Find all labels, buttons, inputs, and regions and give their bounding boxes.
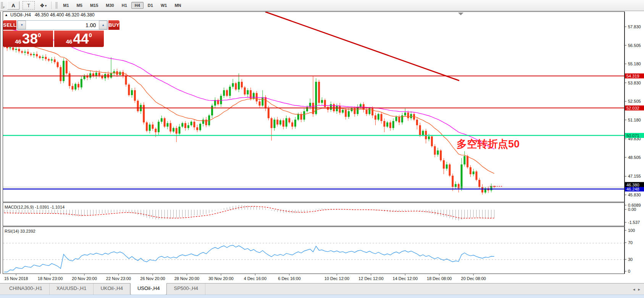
scroll-end-marker-icon[interactable] xyxy=(458,13,463,15)
macd-layer xyxy=(4,205,494,221)
toolbar: F A T ✥ ▾ M1M5M15M30H1H4D1W1MN xyxy=(0,0,644,11)
buy-price-pip: 0 xyxy=(89,32,92,38)
macd-scale-label: -1.537 xyxy=(628,220,640,225)
chart-symbol-label: USOil-,H4 xyxy=(10,12,31,18)
volume-stepper: ▼ ▲ xyxy=(17,20,108,30)
macd-scale-label: 0.00 xyxy=(628,207,636,212)
tab-scroll-arrows: ◂ ▸ xyxy=(633,283,640,295)
time-axis-label: 6 Dec 16:00 xyxy=(278,276,300,281)
symbol-marker-icon: ▲ xyxy=(5,13,8,17)
time-axis-label: 20 Dec 08:00 xyxy=(461,276,486,281)
volume-down-icon[interactable]: ▼ xyxy=(18,21,26,29)
sell-price-main: 38 xyxy=(22,32,38,46)
sell-price-integer: 46 xyxy=(15,38,21,45)
sell-price-pip: 0 xyxy=(38,32,41,38)
svg-text:46.380: 46.380 xyxy=(626,183,639,187)
buy-price-main: 44 xyxy=(73,32,89,46)
price-tick-label: 52.505 xyxy=(628,99,641,104)
timeframe-m15[interactable]: M15 xyxy=(87,2,102,9)
tab-scroll-right-icon[interactable]: ▸ xyxy=(638,287,640,292)
time-axis-label: 30 Nov 20:00 xyxy=(208,276,233,281)
tab-china300-h1[interactable]: CHINA300-,H1 xyxy=(2,283,50,295)
tab-sp500-h4[interactable]: SP500-,H4 xyxy=(167,283,205,295)
mt4-window: F A T ✥ ▾ M1M5M15M30H1H4D1W1MN 多空转折点5057… xyxy=(0,0,644,298)
shapes-tool-icon[interactable]: ✥ xyxy=(40,3,44,8)
time-axis-label: 26 Nov 20:00 xyxy=(140,276,165,281)
tab-usoil-h4[interactable]: USOil-,H4 xyxy=(130,283,167,295)
toolbar-grip-icon-2[interactable] xyxy=(55,2,58,9)
chart-tabs: CHINA300-,H1XAUUSD-,H1UKOil-,H4USOil-,H4… xyxy=(0,283,205,295)
ma-fast-line xyxy=(4,37,494,173)
time-axis-label: 18 Dec 08:00 xyxy=(427,276,452,281)
svg-text:50.071: 50.071 xyxy=(626,133,639,138)
chart-tab-bar: CHINA300-,H1XAUUSD-,H1UKOil-,H4USOil-,H4… xyxy=(0,283,644,295)
tab-ukoil-h4[interactable]: UKOil-,H4 xyxy=(94,283,130,295)
sell-price-box[interactable]: 46 38 0 xyxy=(3,31,53,47)
macd-label: MACD(12,26,9) -1.0391 -1.1014 xyxy=(5,205,65,209)
toolbar-f-label: F xyxy=(3,6,5,9)
price-tick-label: 56.505 xyxy=(628,43,641,48)
tab-scroll-left-icon[interactable]: ◂ xyxy=(633,287,635,292)
time-axis-label: 22 Nov 23:00 xyxy=(106,276,131,281)
volume-input[interactable] xyxy=(26,21,99,29)
price-tick-label: 57.830 xyxy=(628,24,641,29)
timeframe-w1[interactable]: W1 xyxy=(157,2,171,9)
timeframe-d1[interactable]: D1 xyxy=(144,2,157,9)
chart-header: ▲ USOil-,H4 46.350 46.400 46.320 46.380 xyxy=(5,12,95,18)
rsi-label: RSI(14) 33.2392 xyxy=(5,229,36,233)
descending-trendline[interactable] xyxy=(265,12,459,81)
timeframe-m5[interactable]: M5 xyxy=(73,2,86,9)
rsi-pane-border xyxy=(3,227,625,274)
rsi-scale-label: 30 xyxy=(628,257,633,262)
toolbar-separator xyxy=(51,2,52,9)
price-tick-label: 48.505 xyxy=(628,155,641,160)
price-tick-label: 55.180 xyxy=(628,62,641,66)
text-label-button[interactable]: A xyxy=(7,1,19,10)
timeframe-h4[interactable]: H4 xyxy=(131,2,144,9)
timeframe-bar: M1M5M15M30H1H4D1W1MN xyxy=(59,2,185,9)
timeframe-h1[interactable]: H1 xyxy=(118,2,131,9)
price-tick-label: 47.155 xyxy=(628,174,641,178)
rsi-scale-label: 70 xyxy=(628,240,633,245)
time-axis-label: 12 Dec 12:00 xyxy=(358,276,383,281)
timeframe-m1[interactable]: M1 xyxy=(60,2,72,9)
rsi-layer xyxy=(3,243,624,272)
tab-xauusd-h1[interactable]: XAUUSD-,H1 xyxy=(50,283,94,295)
buy-button[interactable]: BUY xyxy=(108,20,119,30)
svg-text:54.319: 54.319 xyxy=(626,74,639,78)
rsi-scale-label: 0 xyxy=(628,269,630,274)
text-object-button[interactable]: T xyxy=(23,1,35,10)
buy-price-box[interactable]: 46 44 0 xyxy=(54,31,104,47)
price-tick-label: 51.180 xyxy=(628,118,641,122)
time-axis-label: 15 Nov 2018 xyxy=(4,276,28,281)
status-bar xyxy=(0,295,644,298)
time-axis-label: 4 Dec 16:00 xyxy=(244,276,266,281)
volume-up-icon[interactable]: ▲ xyxy=(99,21,107,29)
dropdown-caret-icon[interactable]: ▾ xyxy=(45,4,47,8)
annotation-text[interactable]: 多空转折点50 xyxy=(457,138,520,150)
rsi-scale-label: 100 xyxy=(628,228,635,233)
price-tick-label: 45.830 xyxy=(628,193,641,197)
time-axis-label: 10 Dec 12:00 xyxy=(324,276,349,281)
timeframe-mn[interactable]: MN xyxy=(171,2,184,9)
time-axis-label: 28 Nov 20:00 xyxy=(174,276,199,281)
price-tick-label: 53.830 xyxy=(628,81,641,85)
time-axis-label: 14 Dec 12:00 xyxy=(393,276,418,281)
macd-pane-border xyxy=(3,203,625,226)
rsi-line xyxy=(4,245,494,272)
one-click-trade-panel: SELL ▼ ▲ BUY 46 38 0 46 44 0 xyxy=(3,20,104,47)
candles-layer xyxy=(0,38,496,195)
sell-button[interactable]: SELL xyxy=(3,20,16,30)
macd-signal-line xyxy=(4,206,494,218)
buy-price-integer: 46 xyxy=(66,38,73,45)
timeframe-m30[interactable]: M30 xyxy=(102,2,117,9)
time-axis-label: 18 Nov 23:00 xyxy=(38,276,63,281)
time-axis-label: 20 Nov 20:00 xyxy=(72,276,97,281)
chart-ohlc-values: 46.350 46.400 46.320 46.380 xyxy=(35,12,95,18)
svg-text:52.032: 52.032 xyxy=(626,106,639,110)
svg-text:46.248: 46.248 xyxy=(626,187,639,191)
